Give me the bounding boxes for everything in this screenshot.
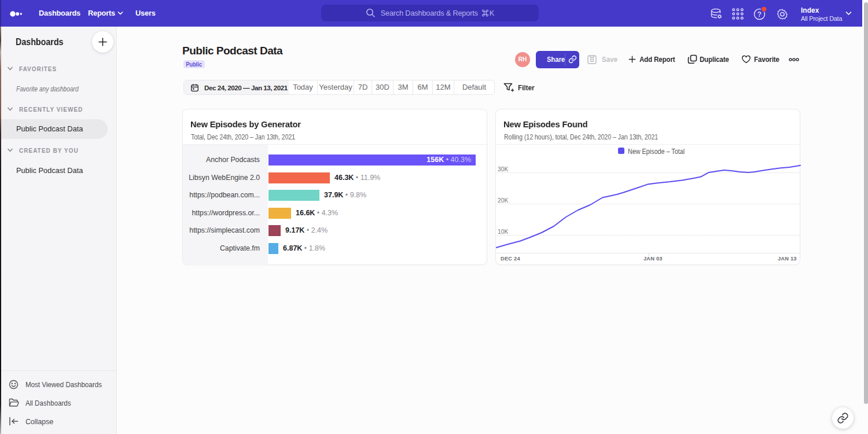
svg-text:?: ? xyxy=(757,10,762,19)
